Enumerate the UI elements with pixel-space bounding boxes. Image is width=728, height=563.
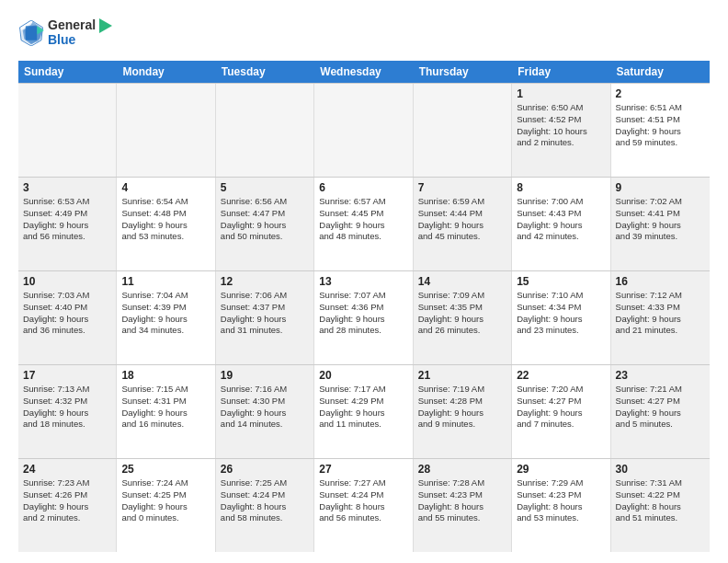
- day-number: 27: [319, 463, 407, 476]
- day-number: 6: [319, 181, 407, 194]
- cell-info: Sunrise: 7:27 AM Sunset: 4:24 PM Dayligh…: [319, 477, 407, 524]
- day-number: 20: [319, 369, 407, 382]
- calendar-cell: 20Sunrise: 7:17 AM Sunset: 4:29 PM Dayli…: [314, 365, 413, 458]
- cell-info: Sunrise: 6:50 AM Sunset: 4:52 PM Dayligh…: [517, 102, 605, 149]
- cell-info: Sunrise: 7:20 AM Sunset: 4:27 PM Dayligh…: [517, 384, 605, 431]
- cell-info: Sunrise: 7:16 AM Sunset: 4:30 PM Dayligh…: [221, 384, 309, 431]
- calendar-cell: 3Sunrise: 6:53 AM Sunset: 4:49 PM Daylig…: [18, 178, 117, 270]
- calendar-cell: 7Sunrise: 6:59 AM Sunset: 4:44 PM Daylig…: [414, 178, 512, 270]
- weekday-header: Thursday: [414, 61, 512, 83]
- calendar-cell: [314, 84, 413, 177]
- calendar-cell: 22Sunrise: 7:20 AM Sunset: 4:27 PM Dayli…: [512, 365, 610, 458]
- day-number: 13: [319, 275, 407, 288]
- day-number: 26: [221, 463, 309, 476]
- day-number: 29: [517, 463, 605, 476]
- cell-info: Sunrise: 7:04 AM Sunset: 4:39 PM Dayligh…: [121, 290, 210, 337]
- day-number: 24: [23, 463, 111, 476]
- day-number: 7: [418, 181, 506, 194]
- cell-info: Sunrise: 7:15 AM Sunset: 4:31 PM Dayligh…: [121, 384, 210, 431]
- calendar-cell: 24Sunrise: 7:23 AM Sunset: 4:26 PM Dayli…: [18, 459, 117, 552]
- day-number: 12: [221, 275, 309, 288]
- cell-info: Sunrise: 7:10 AM Sunset: 4:34 PM Dayligh…: [517, 290, 605, 337]
- cell-info: Sunrise: 7:28 AM Sunset: 4:23 PM Dayligh…: [418, 477, 506, 524]
- day-number: 9: [616, 181, 705, 194]
- svg-rect-4: [26, 26, 37, 40]
- calendar-header: SundayMondayTuesdayWednesdayThursdayFrid…: [18, 61, 710, 83]
- calendar-cell: 19Sunrise: 7:16 AM Sunset: 4:30 PM Dayli…: [216, 365, 314, 458]
- logo-icon: [18, 20, 44, 46]
- calendar-cell: 11Sunrise: 7:04 AM Sunset: 4:39 PM Dayli…: [117, 271, 215, 364]
- calendar-cell: [117, 84, 215, 177]
- calendar-cell: 5Sunrise: 6:56 AM Sunset: 4:47 PM Daylig…: [216, 178, 314, 270]
- day-number: 17: [23, 369, 111, 382]
- cell-info: Sunrise: 7:02 AM Sunset: 4:41 PM Dayligh…: [616, 196, 705, 243]
- cell-info: Sunrise: 7:24 AM Sunset: 4:25 PM Dayligh…: [121, 477, 210, 524]
- day-number: 19: [221, 369, 309, 382]
- day-number: 23: [616, 369, 705, 382]
- cell-info: Sunrise: 6:57 AM Sunset: 4:45 PM Dayligh…: [319, 196, 407, 243]
- calendar-cell: [216, 84, 314, 177]
- day-number: 11: [121, 275, 210, 288]
- calendar-cell: 28Sunrise: 7:28 AM Sunset: 4:23 PM Dayli…: [414, 459, 512, 552]
- calendar-cell: 29Sunrise: 7:29 AM Sunset: 4:23 PM Dayli…: [512, 459, 610, 552]
- day-number: 1: [517, 87, 605, 100]
- logo-text-block: General Blue: [48, 15, 112, 52]
- day-number: 8: [517, 181, 605, 194]
- calendar-cell: 26Sunrise: 7:25 AM Sunset: 4:24 PM Dayli…: [216, 459, 314, 552]
- svg-text:General: General: [48, 17, 96, 32]
- svg-marker-7: [99, 18, 112, 33]
- calendar-cell: 1Sunrise: 6:50 AM Sunset: 4:52 PM Daylig…: [512, 84, 610, 177]
- calendar-cell: 15Sunrise: 7:10 AM Sunset: 4:34 PM Dayli…: [512, 271, 610, 364]
- cell-info: Sunrise: 7:03 AM Sunset: 4:40 PM Dayligh…: [23, 290, 111, 337]
- weekday-header: Tuesday: [216, 61, 314, 83]
- cell-info: Sunrise: 7:29 AM Sunset: 4:23 PM Dayligh…: [517, 477, 605, 524]
- cell-info: Sunrise: 7:07 AM Sunset: 4:36 PM Dayligh…: [319, 290, 407, 337]
- day-number: 18: [121, 369, 210, 382]
- day-number: 30: [616, 463, 705, 476]
- cell-info: Sunrise: 7:00 AM Sunset: 4:43 PM Dayligh…: [517, 196, 605, 243]
- calendar-cell: 27Sunrise: 7:27 AM Sunset: 4:24 PM Dayli…: [314, 459, 413, 552]
- day-number: 25: [121, 463, 210, 476]
- day-number: 28: [418, 463, 506, 476]
- calendar-body: 1Sunrise: 6:50 AM Sunset: 4:52 PM Daylig…: [18, 83, 710, 552]
- cell-info: Sunrise: 7:17 AM Sunset: 4:29 PM Dayligh…: [319, 384, 407, 431]
- calendar-cell: 6Sunrise: 6:57 AM Sunset: 4:45 PM Daylig…: [314, 178, 413, 270]
- calendar-cell: 12Sunrise: 7:06 AM Sunset: 4:37 PM Dayli…: [216, 271, 314, 364]
- logo-svg: General Blue: [48, 15, 112, 48]
- day-number: 5: [221, 181, 309, 194]
- cell-info: Sunrise: 7:31 AM Sunset: 4:22 PM Dayligh…: [616, 477, 705, 524]
- calendar-cell: 17Sunrise: 7:13 AM Sunset: 4:32 PM Dayli…: [18, 365, 117, 458]
- calendar-cell: 23Sunrise: 7:21 AM Sunset: 4:27 PM Dayli…: [611, 365, 710, 458]
- cell-info: Sunrise: 7:06 AM Sunset: 4:37 PM Dayligh…: [221, 290, 309, 337]
- cell-info: Sunrise: 7:09 AM Sunset: 4:35 PM Dayligh…: [418, 290, 506, 337]
- calendar-cell: [414, 84, 512, 177]
- weekday-header: Friday: [512, 61, 610, 83]
- header: General Blue: [18, 15, 710, 52]
- weekday-header: Saturday: [611, 61, 710, 83]
- day-number: 22: [517, 369, 605, 382]
- calendar-row: 17Sunrise: 7:13 AM Sunset: 4:32 PM Dayli…: [18, 364, 710, 458]
- calendar: SundayMondayTuesdayWednesdayThursdayFrid…: [18, 61, 710, 552]
- calendar-row: 3Sunrise: 6:53 AM Sunset: 4:49 PM Daylig…: [18, 177, 710, 270]
- calendar-cell: 8Sunrise: 7:00 AM Sunset: 4:43 PM Daylig…: [512, 178, 610, 270]
- calendar-cell: [18, 84, 117, 177]
- day-number: 3: [23, 181, 111, 194]
- calendar-cell: 16Sunrise: 7:12 AM Sunset: 4:33 PM Dayli…: [611, 271, 710, 364]
- cell-info: Sunrise: 7:23 AM Sunset: 4:26 PM Dayligh…: [23, 477, 111, 524]
- logo: General Blue: [18, 15, 112, 52]
- cell-info: Sunrise: 7:25 AM Sunset: 4:24 PM Dayligh…: [221, 477, 309, 524]
- calendar-cell: 13Sunrise: 7:07 AM Sunset: 4:36 PM Dayli…: [314, 271, 413, 364]
- cell-info: Sunrise: 7:12 AM Sunset: 4:33 PM Dayligh…: [616, 290, 705, 337]
- day-number: 2: [616, 87, 705, 100]
- day-number: 21: [418, 369, 506, 382]
- calendar-cell: 2Sunrise: 6:51 AM Sunset: 4:51 PM Daylig…: [611, 84, 710, 177]
- calendar-cell: 14Sunrise: 7:09 AM Sunset: 4:35 PM Dayli…: [414, 271, 512, 364]
- day-number: 16: [616, 275, 705, 288]
- cell-info: Sunrise: 7:21 AM Sunset: 4:27 PM Dayligh…: [616, 384, 705, 431]
- calendar-cell: 18Sunrise: 7:15 AM Sunset: 4:31 PM Dayli…: [117, 365, 215, 458]
- day-number: 14: [418, 275, 506, 288]
- cell-info: Sunrise: 6:53 AM Sunset: 4:49 PM Dayligh…: [23, 196, 111, 243]
- cell-info: Sunrise: 7:13 AM Sunset: 4:32 PM Dayligh…: [23, 384, 111, 431]
- calendar-cell: 30Sunrise: 7:31 AM Sunset: 4:22 PM Dayli…: [611, 459, 710, 552]
- cell-info: Sunrise: 6:54 AM Sunset: 4:48 PM Dayligh…: [121, 196, 210, 243]
